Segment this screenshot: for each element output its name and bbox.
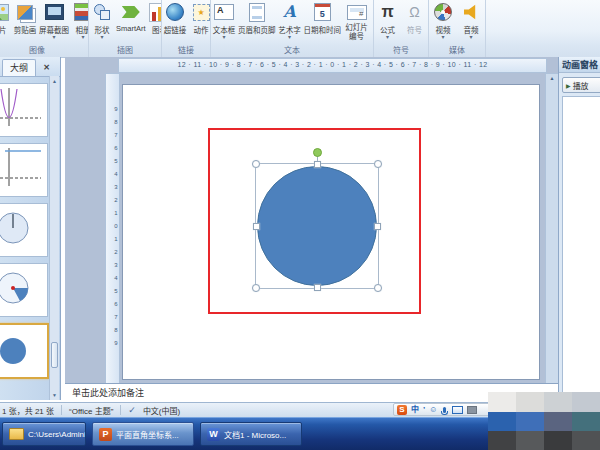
chevron-down-icon: ▾ — [222, 35, 225, 40]
slide-thumbnail-circle-selected[interactable] — [0, 323, 49, 379]
resize-handle-nw[interactable] — [252, 160, 260, 168]
group-label-links: 链接 — [162, 44, 210, 57]
scroll-down-icon[interactable]: ▼ — [50, 391, 59, 399]
clipart-icon — [13, 1, 37, 23]
sogou-logo-icon[interactable]: S — [397, 405, 407, 415]
vertical-ruler: 9876543210123456789 — [105, 73, 120, 383]
slide-thumbnail-clock[interactable] — [0, 203, 48, 257]
resize-handle-sw[interactable] — [252, 284, 260, 292]
resize-handle-e[interactable] — [374, 223, 381, 230]
ribbon-group-links: 超链接 ★ 动作 链接 — [162, 0, 211, 57]
scroll-up-icon[interactable]: ▲ — [50, 77, 59, 85]
panel-scrollbar[interactable]: ▲ ▼ — [49, 76, 59, 400]
input-mode-icon[interactable]: 中 — [411, 405, 419, 415]
group-label-illustrations: 插图 — [89, 44, 161, 57]
panel-tab-bar: 大纲 ✕ — [0, 57, 60, 77]
header-footer-button[interactable]: 页眉和页脚 — [237, 1, 277, 35]
spellcheck-icon[interactable]: ✓ — [128, 405, 136, 415]
resize-handle-w[interactable] — [253, 223, 260, 230]
wordart-button[interactable]: A 艺术字 ▾ — [277, 1, 303, 40]
chevron-down-icon: ▾ — [52, 35, 55, 40]
textbox-button[interactable]: A 文本框 ▾ — [211, 1, 237, 40]
group-label-text: 文本 — [211, 44, 373, 57]
slides-panel: 大纲 ✕ — [0, 57, 61, 400]
wordart-icon: A — [278, 1, 302, 23]
folder-icon — [9, 428, 24, 440]
taskbar-item-label: 平面直角坐标系... — [116, 429, 179, 440]
close-icon[interactable]: ✕ — [43, 60, 50, 76]
hyperlink-button[interactable]: 超链接 — [162, 1, 188, 35]
tab-outline[interactable]: 大纲 — [2, 59, 36, 76]
divider — [61, 405, 62, 415]
equation-button[interactable]: π 公式 ▾ — [375, 1, 401, 40]
ribbon-insert-tab: 图片 剪贴画 屏幕截图 ▾ 相册 ▾ 图像 — [0, 0, 600, 58]
play-label: 播放 — [573, 80, 589, 91]
divider — [120, 405, 121, 415]
group-label-images: 图像 — [0, 44, 88, 57]
slide-number-button[interactable]: # 幻灯片编号 — [342, 1, 371, 41]
resize-handle-n[interactable] — [314, 161, 321, 168]
video-icon — [431, 1, 455, 23]
date-time-button[interactable]: 5 日期和时间 — [303, 1, 343, 35]
play-icon: ▶ — [566, 82, 571, 89]
action-button[interactable]: ★ 动作 — [188, 1, 211, 35]
scrollbar-thumb[interactable] — [51, 342, 58, 368]
screenshot-icon — [42, 1, 66, 23]
shape-selection-box — [255, 163, 379, 289]
scroll-up-icon[interactable]: ▲ — [546, 74, 558, 83]
audio-button[interactable]: 音频 ▾ — [458, 1, 484, 40]
chart-button[interactable]: 图表 — [147, 1, 162, 35]
resize-handle-se[interactable] — [374, 284, 382, 292]
picture-button[interactable]: 图片 — [0, 1, 12, 35]
hyperlink-icon — [163, 1, 187, 23]
word-icon: W — [207, 428, 220, 441]
photo-album-button[interactable]: 相册 ▾ — [70, 1, 89, 40]
chevron-down-icon: ▾ — [100, 35, 103, 40]
animation-list[interactable] — [562, 96, 600, 398]
symbol-button[interactable]: Ω 符号 — [402, 1, 428, 35]
shapes-button[interactable]: 形状 ▾ — [89, 1, 115, 40]
chevron-down-icon: ▾ — [441, 35, 444, 40]
resize-handle-ne[interactable] — [374, 160, 382, 168]
slide-thumbnail-parabola[interactable] — [0, 83, 48, 137]
play-button[interactable]: ▶ 播放 — [562, 77, 600, 93]
microphone-icon[interactable] — [443, 407, 446, 413]
group-label-media: 媒体 — [429, 44, 485, 57]
slide-count-status: 1 张，共 21 张 — [2, 405, 54, 416]
date-time-icon: 5 — [310, 1, 334, 23]
picture-icon — [0, 1, 11, 23]
theme-status[interactable]: “Office 主题” — [69, 405, 113, 416]
powerpoint-window: 图片 剪贴画 屏幕截图 ▾ 相册 ▾ 图像 — [0, 0, 600, 450]
slide-scrollbar[interactable]: ▲ — [545, 73, 558, 383]
action-label: 动作 — [194, 24, 209, 35]
rotation-handle[interactable] — [313, 148, 322, 157]
emoticon-icon[interactable]: ☺ — [429, 405, 437, 415]
taskbar-item-powerpoint[interactable]: P 平面直角坐标系... — [92, 422, 194, 446]
chevron-down-icon: ▾ — [288, 35, 291, 40]
ribbon-group-text: A 文本框 ▾ 页眉和页脚 A 艺术字 ▾ 5 日期和时间 — [211, 0, 374, 57]
notes-area[interactable]: 单击此处添加备注 — [65, 383, 558, 402]
toolbox-icon[interactable] — [467, 406, 477, 414]
smartart-button[interactable]: SmartArt — [115, 1, 147, 33]
chart-icon — [148, 1, 162, 23]
taskbar-item-word[interactable]: W 文档1 - Microso... — [200, 422, 302, 446]
slide-number-icon: # — [345, 1, 369, 23]
taskbar-item-label: C:\Users\Admini... — [28, 430, 86, 439]
keyboard-icon[interactable] — [452, 406, 463, 414]
date-time-label: 日期和时间 — [304, 24, 342, 35]
video-button[interactable]: 视频 ▾ — [430, 1, 456, 40]
audio-icon — [459, 1, 483, 23]
chevron-down-icon: ▾ — [469, 35, 472, 40]
punctuation-icon[interactable]: ’ — [423, 405, 425, 415]
taskbar-item-explorer[interactable]: C:\Users\Admini... — [2, 422, 86, 446]
slide-thumbnail-horizontal-line[interactable] — [0, 143, 48, 197]
ribbon-group-illustrations: 形状 ▾ SmartArt 图表 插图 — [89, 0, 162, 57]
smartart-icon — [119, 1, 143, 23]
animation-pane: 动画窗格 ▶ 播放 — [558, 57, 600, 400]
language-status[interactable]: 中文(中国) — [143, 405, 180, 416]
resize-handle-s[interactable] — [314, 284, 321, 291]
smartart-label: SmartArt — [116, 24, 146, 33]
clipart-button[interactable]: 剪贴画 — [12, 1, 38, 35]
screenshot-button[interactable]: 屏幕截图 ▾ — [38, 1, 70, 40]
slide-thumbnail-pie-clock[interactable] — [0, 263, 48, 317]
